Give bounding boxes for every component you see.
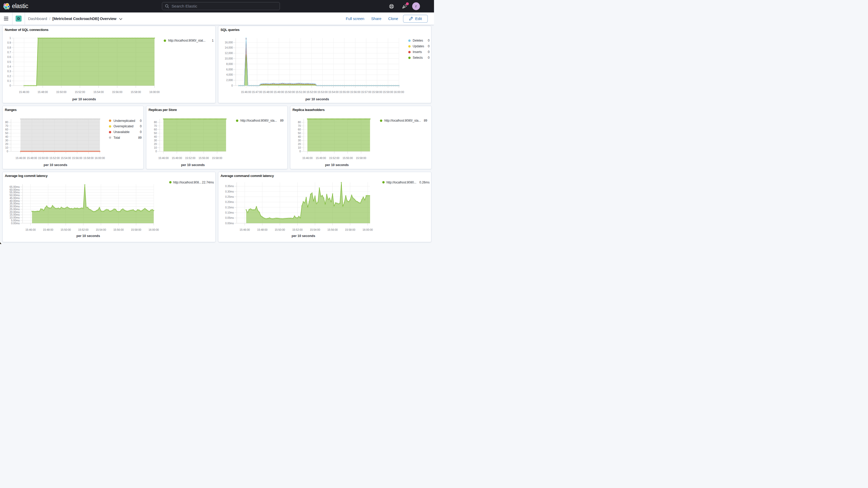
svg-text:30: 30 [5,139,8,142]
legend-label: Underreplicated [114,119,135,123]
pencil-icon [409,17,413,21]
legend-dot [109,120,111,122]
svg-text:55.00ms: 55.00ms [10,191,20,194]
svg-text:15:58:00: 15:58:00 [84,157,94,159]
svg-text:15:58:00: 15:58:00 [131,228,142,231]
svg-text:0: 0 [155,150,157,153]
svg-text:15.00ms: 15.00ms [10,213,20,216]
legend-row[interactable]: Overreplicated0 [109,124,142,129]
svg-text:2,000: 2,000 [226,79,233,82]
svg-text:15:58:00: 15:58:00 [345,228,355,231]
legend-row[interactable]: http://localhost:8080/_stat...1 [164,38,214,43]
legend-row[interactable]: Unavailable0 [109,130,142,134]
svg-text:12,000: 12,000 [225,52,233,55]
dashboard-app-badge[interactable]: D [16,16,22,22]
svg-text:15:58:00: 15:58:00 [372,91,382,94]
series-area-deletes [239,38,399,86]
legend-value: 1 [212,39,214,42]
divider [25,12,25,25]
svg-text:15:58:00: 15:58:00 [131,91,141,94]
svg-text:1: 1 [9,37,11,39]
svg-text:15:56:00: 15:56:00 [328,228,338,231]
newsfeed-button[interactable] [402,4,407,9]
edit-button[interactable]: Edit [403,15,428,23]
breadcrumb-separator: / [47,17,52,21]
legend-row[interactable]: Deletes0 [408,38,430,43]
x-axis-label: per 10 seconds [325,163,349,167]
svg-text:30.00ms: 30.00ms [10,205,20,208]
full-screen-link[interactable]: Full screen [346,17,364,21]
series-area-http-localhost-8080- [246,183,370,223]
elastic-logo-icon [3,3,10,10]
svg-text:15:55:00: 15:55:00 [343,157,353,159]
x-axis-label: per 10 seconds [76,234,100,238]
replica-leaseholders-chart[interactable]: 0102030405060708015:46:0015:49:0015:52:0… [290,106,431,169]
dashboard-actions: Full screen Share Clone Edit [346,12,434,25]
legend-dot [169,181,172,183]
svg-text:15:56:00: 15:56:00 [72,157,82,159]
legend-label: http://localhost:8080... [386,181,416,184]
svg-text:0.00ms: 0.00ms [11,222,20,225]
svg-text:15:54:00: 15:54:00 [328,91,339,94]
svg-text:80: 80 [154,121,157,124]
legend-row[interactable]: http://localhost:8080/_sta...89 [380,118,428,123]
svg-text:15:56:00: 15:56:00 [112,91,122,94]
legend-dot [408,45,411,48]
svg-text:10: 10 [5,146,8,149]
legend-label: Inserts [413,50,422,54]
x-axis-label: per 10 seconds [291,234,315,238]
legend-dot [109,136,111,139]
legend-row[interactable]: Selects0 [408,55,430,60]
legend-dot [408,51,411,53]
svg-text:0.5: 0.5 [7,61,11,63]
legend-row[interactable]: http://localhost:808...22.74ms [169,180,214,185]
legend-row[interactable]: http://localhost:8080/_sta...89 [236,118,284,123]
svg-text:40: 40 [154,135,157,138]
legend-value: 0 [428,56,430,60]
replicas-per-store-chart[interactable]: 0102030405060708015:46:0015:49:0015:52:0… [146,106,287,169]
help-menu-button[interactable] [389,4,394,9]
breadcrumb-bar: D Dashboard / [Metricbeat CockroachDB] O… [0,12,434,25]
divider [12,12,12,25]
legend-label: Updates [413,44,424,48]
svg-text:60.00ms: 60.00ms [10,188,20,191]
svg-text:16:00:00: 16:00:00 [394,91,404,94]
svg-text:0.25ms: 0.25ms [225,195,234,198]
svg-text:15:58:00: 15:58:00 [212,157,222,159]
legend-value: 22.74ms [202,181,214,184]
svg-text:20: 20 [154,143,157,146]
breadcrumb-dashboard[interactable]: Dashboard [28,17,47,21]
legend-row[interactable]: Inserts0 [408,50,430,54]
search-input[interactable]: Search Elastic [162,2,280,10]
svg-text:15:46:00: 15:46:00 [19,91,29,94]
chevron-down-icon[interactable] [119,18,122,20]
sql-connections-chart[interactable]: 00.10.20.30.40.50.60.70.80.9115:46:0015:… [3,26,215,103]
svg-text:45.00ms: 45.00ms [10,197,20,200]
svg-text:50: 50 [154,132,157,134]
svg-text:15:59:00: 15:59:00 [383,91,393,94]
svg-text:70: 70 [298,124,301,127]
clone-link[interactable]: Clone [388,17,398,21]
svg-text:15:46:00: 15:46:00 [240,228,250,231]
sql-queries-chart[interactable]: 02,0004,0006,0008,00010,00012,00014,0001… [218,26,431,103]
kibana-dashboard-app: elastic Search Elastic [0,0,434,244]
hamburger-icon [4,17,8,21]
legend-row[interactable]: Underreplicated0 [109,119,142,123]
panel-ranges: Ranges 0102030405060708015:46:0015:48:00… [2,106,144,169]
user-avatar[interactable]: r [412,2,420,10]
svg-text:15:48:00: 15:48:00 [263,91,273,94]
svg-text:65.00ms: 65.00ms [10,186,20,188]
svg-text:10,000: 10,000 [225,57,233,60]
legend-row[interactable]: http://localhost:8080...0.26ms [382,180,430,185]
svg-text:15:52:00: 15:52:00 [306,91,317,94]
elastic-logo[interactable]: elastic [3,3,28,10]
svg-text:80: 80 [5,121,8,124]
svg-text:60: 60 [154,128,157,131]
global-header: elastic Search Elastic [0,0,434,12]
share-link[interactable]: Share [371,17,381,21]
svg-text:0: 0 [299,150,301,153]
svg-text:0: 0 [7,150,8,153]
menu-button[interactable] [0,12,12,25]
legend-row[interactable]: Updates0 [408,44,430,49]
legend-row[interactable]: Total89 [109,135,142,140]
